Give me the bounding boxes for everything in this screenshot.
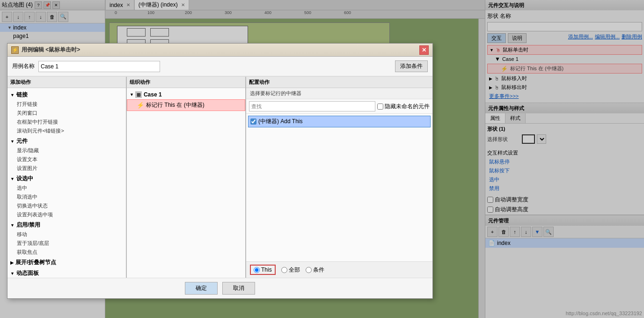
org-case-arrow: ▼ [130, 92, 134, 97]
add-condition-btn[interactable]: 添加条件 [395, 60, 428, 72]
three-cols: 添加动作 ▼ 链接 打开链接 关闭窗口 在框架中打开链接 滚动到元件<锚链接> [7, 76, 432, 278]
action-zorder[interactable]: 置于顶层/底层 [7, 239, 126, 248]
config-list: (中继器) Add This [246, 114, 432, 261]
radio-condition-text: 条件 [313, 266, 324, 274]
action-close-window[interactable]: 关闭窗口 [7, 109, 126, 118]
action-select[interactable]: 选中 [7, 184, 126, 192]
col-org-action: 组织动作 ▼ ⊞ Case 1 ⚡ 标记行 This 在 (中继器) [127, 77, 246, 278]
modal-dialog: ⚡ 用例编辑 <鼠标单击时> ✕ 用例名称 添加条件 添加动作 ▼ 链接 [7, 43, 433, 299]
case-name-label: 用例名称 [12, 62, 35, 70]
radio-this-label[interactable]: This [250, 265, 276, 275]
action-show-hide[interactable]: 显示/隐藏 [7, 146, 126, 155]
col1-header: 添加动作 [7, 77, 126, 88]
action-move[interactable]: 移动 [7, 230, 126, 239]
action-toggle-select[interactable]: 切换选中状态 [7, 201, 126, 210]
action-group-enabledisable-header[interactable]: ▼ 启用/禁用 [7, 220, 126, 230]
case-name-input[interactable] [38, 61, 160, 72]
radio-all[interactable] [281, 267, 287, 273]
modal-close-btn[interactable]: ✕ [419, 45, 429, 55]
hide-unnamed-chk[interactable] [377, 104, 383, 110]
action-group-links-header[interactable]: ▼ 链接 [7, 90, 126, 100]
action-scroll-anchor[interactable]: 滚动到元件<锚链接> [7, 126, 126, 135]
config-item-label-0: (中继器) Add This [258, 118, 302, 126]
radio-condition-label[interactable]: 条件 [306, 266, 324, 274]
config-radio-row: This 全部 条件 [246, 261, 432, 278]
radio-all-label[interactable]: 全部 [281, 266, 300, 274]
action-tree: ▼ 链接 打开链接 关闭窗口 在框架中打开链接 滚动到元件<锚链接> ▼ 元件 [7, 88, 126, 278]
config-item-checkbox-0[interactable] [250, 118, 256, 125]
modal-body: 用例名称 添加条件 添加动作 ▼ 链接 打开链接 关闭窗口 [7, 57, 432, 298]
modal-icon: ⚡ [11, 46, 19, 54]
action-group-selected-label: 设选中 [16, 175, 33, 183]
org-action-item[interactable]: ⚡ 标记行 This 在 (中继器) [127, 99, 245, 111]
hide-unnamed-chk-label[interactable]: 隐藏未命名的元件 [377, 103, 430, 111]
org-lightning-icon: ⚡ [137, 102, 144, 109]
action-group-components-header[interactable]: ▼ 元件 [7, 136, 126, 146]
case-icon: ⊞ [135, 91, 142, 98]
radio-all-text: 全部 [289, 266, 300, 274]
action-group-selected-header[interactable]: ▼ 设选中 [7, 174, 126, 184]
tri-selected: ▼ [10, 177, 15, 181]
config-search-input[interactable] [249, 101, 375, 111]
action-set-text[interactable]: 设置文本 [7, 155, 126, 164]
org-action-label: 标记行 This 在 (中继器) [146, 101, 205, 109]
action-set-image[interactable]: 设置图片 [7, 164, 126, 173]
config-list-item-0[interactable]: (中继器) Add This [248, 116, 431, 127]
radio-this[interactable] [254, 267, 260, 273]
action-group-enabledisable: ▼ 启用/禁用 移动 置于顶层/底层 获取焦点 [7, 220, 126, 257]
modal-titlebar: ⚡ 用例编辑 <鼠标单击时> ✕ [7, 44, 432, 57]
org-case-label: Case 1 [144, 91, 162, 98]
action-group-enabledisable-label: 启用/禁用 [16, 221, 40, 229]
action-set-list-item[interactable]: 设置列表选中项 [7, 210, 126, 219]
config-search-row: 隐藏未命名的元件 [246, 99, 432, 114]
col3-header: 配置动作 [246, 77, 432, 88]
action-open-link[interactable]: 打开链接 [7, 100, 126, 109]
hide-unnamed-label: 隐藏未命名的元件 [385, 103, 430, 111]
tri-expand: ▶ [10, 260, 14, 265]
modal-title: 用例编辑 <鼠标单击时> [22, 46, 419, 54]
action-group-dynpanel-label: 动态面板 [16, 269, 39, 277]
org-case-header[interactable]: ▼ ⊞ Case 1 [127, 90, 245, 99]
action-open-frame[interactable]: 在框架中打开链接 [7, 118, 126, 126]
action-group-selected: ▼ 设选中 选中 取消选中 切换选中状态 设置列表选中项 [7, 174, 126, 219]
action-group-links-label: 链接 [16, 91, 28, 99]
radio-this-text: This [261, 266, 272, 273]
col-config: 配置动作 选择要标记行的中继器 隐藏未命名的元件 (中继器) Add This [246, 77, 432, 278]
action-deselect[interactable]: 取消选中 [7, 192, 126, 201]
confirm-btn[interactable]: 确定 [185, 282, 218, 295]
config-subtitle: 选择要标记行的中继器 [246, 88, 432, 99]
action-group-expand: ▶ 展开/折叠树节点 [7, 258, 126, 267]
action-group-components-label: 元件 [16, 137, 28, 145]
cancel-btn[interactable]: 取消 [222, 282, 255, 295]
tri-components: ▼ [10, 139, 15, 144]
action-group-expand-header[interactable]: ▶ 展开/折叠树节点 [7, 258, 126, 267]
tri-links: ▼ [10, 93, 15, 97]
col-add-action: 添加动作 ▼ 链接 打开链接 关闭窗口 在框架中打开链接 滚动到元件<锚链接> [7, 77, 127, 278]
org-tree: ▼ ⊞ Case 1 ⚡ 标记行 This 在 (中继器) [127, 88, 245, 278]
col2-header: 组织动作 [127, 77, 245, 88]
tri-dynpanel: ▼ [10, 271, 15, 276]
action-focus[interactable]: 获取焦点 [7, 248, 126, 257]
action-group-links: ▼ 链接 打开链接 关闭窗口 在框架中打开链接 滚动到元件<锚链接> [7, 90, 126, 135]
case-name-row: 用例名称 添加条件 [7, 57, 432, 76]
action-group-expand-label: 展开/折叠树节点 [15, 259, 56, 266]
radio-condition[interactable] [306, 267, 312, 273]
action-group-dynpanel: ▼ 动态面板 设置面板状态 设置面板尺寸 [7, 268, 126, 278]
modal-footer: 确定 取消 [7, 278, 432, 298]
tri-enabledisable: ▼ [10, 223, 15, 228]
action-group-components: ▼ 元件 显示/隐藏 设置文本 设置图片 [7, 136, 126, 173]
action-group-dynpanel-header[interactable]: ▼ 动态面板 [7, 268, 126, 278]
